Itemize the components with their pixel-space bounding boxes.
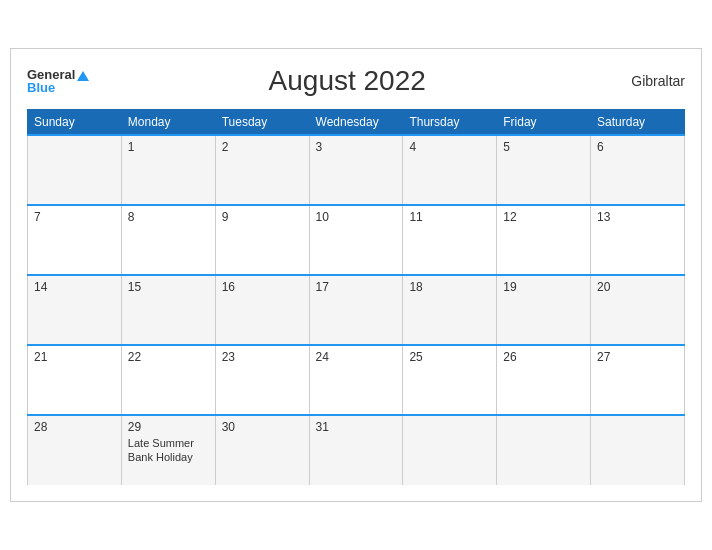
day-number: 5 (503, 140, 510, 154)
calendar-week-row: 123456 (28, 135, 685, 205)
day-number: 11 (409, 210, 422, 224)
day-number: 14 (34, 280, 47, 294)
day-number: 27 (597, 350, 610, 364)
calendar-week-row: 2829Late Summer Bank Holiday3031 (28, 415, 685, 485)
day-number: 13 (597, 210, 610, 224)
day-number: 8 (128, 210, 135, 224)
calendar-cell: 23 (215, 345, 309, 415)
calendar-cell: 25 (403, 345, 497, 415)
calendar-container: General Blue August 2022 Gibraltar Sunda… (10, 48, 702, 502)
calendar-cell: 14 (28, 275, 122, 345)
day-number: 15 (128, 280, 141, 294)
day-number: 19 (503, 280, 516, 294)
calendar-cell: 8 (121, 205, 215, 275)
header-tuesday: Tuesday (215, 110, 309, 136)
day-number: 28 (34, 420, 47, 434)
calendar-week-row: 21222324252627 (28, 345, 685, 415)
day-number: 26 (503, 350, 516, 364)
header-wednesday: Wednesday (309, 110, 403, 136)
calendar-cell: 26 (497, 345, 591, 415)
day-number: 18 (409, 280, 422, 294)
logo-triangle-icon (77, 71, 89, 81)
calendar-week-row: 78910111213 (28, 205, 685, 275)
day-number: 3 (316, 140, 323, 154)
calendar-header: General Blue August 2022 Gibraltar (27, 65, 685, 97)
day-number: 25 (409, 350, 422, 364)
calendar-cell (591, 415, 685, 485)
calendar-cell: 19 (497, 275, 591, 345)
day-number: 23 (222, 350, 235, 364)
header-monday: Monday (121, 110, 215, 136)
calendar-cell: 24 (309, 345, 403, 415)
calendar-cell (497, 415, 591, 485)
logo: General Blue (27, 68, 89, 94)
calendar-cell: 16 (215, 275, 309, 345)
day-number: 12 (503, 210, 516, 224)
calendar-header-row: Sunday Monday Tuesday Wednesday Thursday… (28, 110, 685, 136)
calendar-cell: 17 (309, 275, 403, 345)
calendar-cell: 9 (215, 205, 309, 275)
calendar-cell: 3 (309, 135, 403, 205)
event-text: Late Summer Bank Holiday (128, 436, 209, 465)
region-label: Gibraltar (605, 73, 685, 89)
calendar-cell: 13 (591, 205, 685, 275)
calendar-cell: 18 (403, 275, 497, 345)
calendar-cell: 21 (28, 345, 122, 415)
day-number: 24 (316, 350, 329, 364)
weekday-header-row: Sunday Monday Tuesday Wednesday Thursday… (28, 110, 685, 136)
day-number: 31 (316, 420, 329, 434)
calendar-cell (28, 135, 122, 205)
day-number: 30 (222, 420, 235, 434)
calendar-cell: 15 (121, 275, 215, 345)
calendar-cell: 1 (121, 135, 215, 205)
calendar-table: Sunday Monday Tuesday Wednesday Thursday… (27, 109, 685, 485)
calendar-cell: 31 (309, 415, 403, 485)
day-number: 10 (316, 210, 329, 224)
calendar-cell: 30 (215, 415, 309, 485)
calendar-body: 1234567891011121314151617181920212223242… (28, 135, 685, 485)
calendar-cell: 29Late Summer Bank Holiday (121, 415, 215, 485)
header-sunday: Sunday (28, 110, 122, 136)
calendar-cell (403, 415, 497, 485)
header-thursday: Thursday (403, 110, 497, 136)
calendar-cell: 5 (497, 135, 591, 205)
day-number: 22 (128, 350, 141, 364)
day-number: 20 (597, 280, 610, 294)
day-number: 16 (222, 280, 235, 294)
header-saturday: Saturday (591, 110, 685, 136)
calendar-cell: 10 (309, 205, 403, 275)
calendar-cell: 27 (591, 345, 685, 415)
day-number: 6 (597, 140, 604, 154)
day-number: 21 (34, 350, 47, 364)
calendar-cell: 20 (591, 275, 685, 345)
calendar-cell: 7 (28, 205, 122, 275)
day-number: 29 (128, 420, 141, 434)
calendar-cell: 28 (28, 415, 122, 485)
calendar-cell: 11 (403, 205, 497, 275)
logo-blue-text: Blue (27, 81, 89, 94)
day-number: 4 (409, 140, 416, 154)
calendar-cell: 22 (121, 345, 215, 415)
day-number: 9 (222, 210, 229, 224)
day-number: 7 (34, 210, 41, 224)
day-number: 17 (316, 280, 329, 294)
day-number: 1 (128, 140, 135, 154)
calendar-title: August 2022 (89, 65, 605, 97)
calendar-cell: 2 (215, 135, 309, 205)
calendar-cell: 4 (403, 135, 497, 205)
calendar-cell: 6 (591, 135, 685, 205)
calendar-week-row: 14151617181920 (28, 275, 685, 345)
day-number: 2 (222, 140, 229, 154)
calendar-cell: 12 (497, 205, 591, 275)
header-friday: Friday (497, 110, 591, 136)
